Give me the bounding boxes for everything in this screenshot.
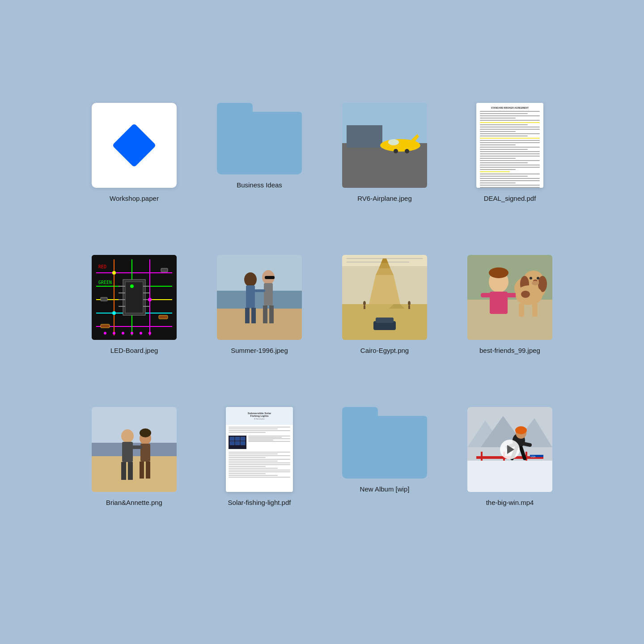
dropbox-diamond-icon	[112, 123, 157, 168]
thumbnail-summer-1996	[217, 255, 302, 340]
file-label-solar-fishing: Solar-fishing-light.pdf	[228, 498, 291, 507]
file-item-summer-1996[interactable]: Summer-1996.jpeg	[210, 255, 309, 389]
solar-brand: ⊕ Namosolar	[254, 418, 264, 420]
thumbnail-brian-annette	[92, 407, 177, 492]
svg-point-47	[244, 272, 257, 287]
svg-rect-34	[101, 324, 110, 328]
svg-rect-53	[263, 305, 267, 323]
svg-point-96	[121, 429, 134, 443]
folder-icon-business-ideas	[217, 103, 302, 174]
file-item-best-friends[interactable]: best-friends_99.jpeg	[461, 255, 559, 389]
svg-point-69	[408, 301, 411, 305]
svg-point-101	[140, 428, 151, 437]
svg-rect-103	[140, 462, 144, 479]
svg-rect-79	[507, 293, 517, 297]
svg-rect-94	[92, 443, 177, 456]
svg-rect-45	[217, 291, 302, 309]
file-label-rv6-airplane: RV6-Airplane.jpeg	[357, 194, 411, 203]
file-item-solar-fishing[interactable]: Submersible SolarFishing Lights ⊕ Namoso…	[210, 407, 309, 541]
svg-rect-114	[467, 461, 552, 492]
svg-rect-97	[122, 442, 133, 462]
svg-rect-111	[235, 441, 240, 445]
file-grid: Workshop.paper Business Ideas	[67, 85, 577, 559]
svg-point-7	[394, 149, 398, 153]
file-item-workshop[interactable]: Workshop.paper	[85, 103, 183, 237]
workshop-thumbnail	[92, 103, 177, 188]
svg-rect-1	[342, 143, 427, 188]
svg-point-41	[131, 332, 133, 335]
solar-pdf-header: Submersible SolarFishing Lights ⊕ Namoso…	[226, 407, 293, 425]
file-item-cairo-egypt[interactable]: Cairo-Egypt.png	[335, 255, 434, 389]
svg-point-88	[532, 281, 539, 285]
svg-rect-2	[347, 125, 382, 148]
file-item-big-win[interactable]: USA the-big-win.mp4	[461, 407, 559, 541]
svg-marker-63	[376, 268, 394, 275]
svg-rect-46	[217, 309, 302, 340]
svg-rect-98	[121, 462, 126, 480]
file-item-deal-signed[interactable]: STANDARD BROKER AGREEMENT	[461, 103, 559, 237]
file-item-rv6-airplane[interactable]: RV6-Airplane.jpeg	[335, 103, 434, 237]
svg-rect-74	[467, 300, 552, 340]
thumbnail-cairo-egypt	[342, 255, 427, 340]
svg-point-124	[515, 426, 527, 434]
svg-point-87	[537, 277, 539, 280]
led-image: RED GREEN	[92, 255, 177, 340]
svg-rect-49	[245, 308, 250, 323]
svg-rect-70	[408, 305, 410, 309]
svg-rect-99	[128, 462, 133, 480]
deal-pdf-thumbnail: STANDARD BROKER AGREEMENT	[476, 103, 543, 188]
file-label-workshop: Workshop.paper	[110, 194, 159, 203]
thumbnail-big-win: USA	[467, 407, 552, 492]
svg-point-40	[122, 332, 124, 335]
svg-point-39	[113, 332, 115, 335]
svg-rect-54	[269, 305, 274, 323]
svg-point-38	[104, 332, 106, 335]
svg-rect-107	[230, 437, 234, 441]
svg-rect-93	[92, 407, 177, 443]
airplane-image	[342, 103, 427, 188]
svg-rect-110	[230, 441, 234, 445]
svg-rect-68	[364, 305, 365, 309]
folder-icon-new-album	[342, 407, 427, 479]
svg-rect-37	[101, 297, 107, 301]
svg-rect-52	[264, 283, 273, 305]
file-label-business-ideas: Business Ideas	[237, 181, 282, 190]
svg-point-43	[148, 332, 151, 335]
svg-rect-78	[481, 293, 491, 297]
file-label-brian-annette: Brian&Annette.png	[106, 498, 162, 507]
svg-rect-55	[265, 276, 275, 279]
solar-pdf-thumbnail: Submersible SolarFishing Lights ⊕ Namoso…	[226, 407, 293, 492]
svg-line-126	[519, 443, 530, 445]
svg-text:RED: RED	[98, 264, 106, 269]
file-item-brian-annette[interactable]: Brian&Annette.png	[85, 407, 183, 541]
svg-rect-48	[246, 285, 255, 308]
desktop: Workshop.paper Business Ideas	[0, 0, 644, 644]
svg-rect-50	[251, 308, 256, 323]
svg-point-90	[521, 291, 530, 298]
svg-point-33	[112, 311, 116, 315]
solar-pdf-body	[226, 425, 293, 479]
svg-point-76	[489, 267, 508, 278]
svg-rect-95	[92, 456, 177, 492]
svg-text:USA: USA	[531, 455, 536, 458]
play-triangle-icon	[507, 445, 514, 454]
file-item-led-board[interactable]: RED GREEN	[85, 255, 183, 389]
svg-point-32	[148, 298, 152, 301]
svg-point-30	[112, 271, 116, 275]
video-thumbnail: USA	[467, 407, 552, 492]
svg-rect-91	[519, 303, 524, 317]
file-label-new-album: New Album [wip]	[360, 485, 410, 494]
svg-rect-19	[125, 282, 143, 313]
folder-body	[217, 112, 302, 174]
svg-rect-109	[241, 437, 245, 441]
thumbnail-rv6-airplane	[342, 103, 427, 188]
deal-pdf-title: STANDARD BROKER AGREEMENT	[480, 106, 540, 109]
play-button[interactable]	[500, 440, 520, 459]
file-item-business-ideas[interactable]: Business Ideas	[210, 103, 309, 237]
folder-body-new-album	[342, 416, 427, 479]
svg-rect-35	[159, 315, 168, 319]
svg-point-86	[530, 277, 532, 280]
svg-rect-72	[376, 318, 394, 323]
file-item-new-album[interactable]: New Album [wip]	[335, 407, 434, 541]
solar-pdf-title-text: Submersible SolarFishing Lights	[248, 412, 271, 417]
